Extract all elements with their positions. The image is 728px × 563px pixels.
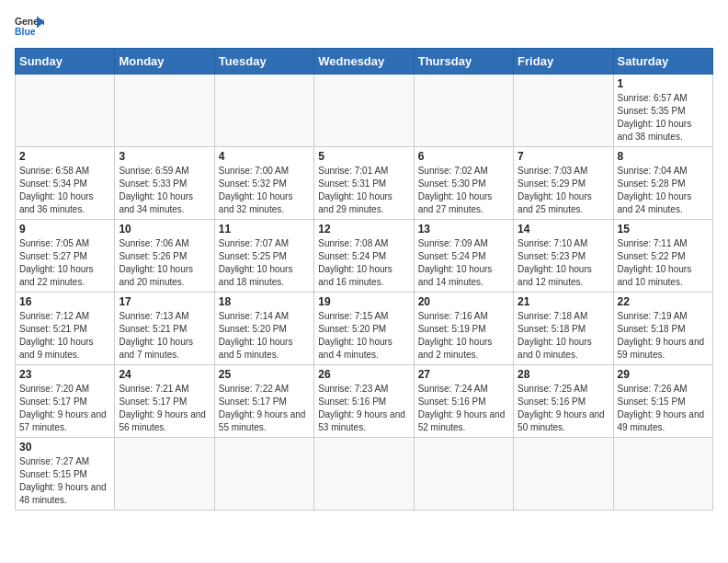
calendar-cell: 2Sunrise: 6:58 AM Sunset: 5:34 PM Daylig… [16,147,115,220]
calendar-cell [115,75,214,147]
day-number: 3 [119,150,210,163]
day-info: Sunrise: 7:21 AM Sunset: 5:17 PM Dayligh… [119,383,210,434]
day-number: 21 [518,295,609,308]
calendar-cell [214,75,313,147]
column-header-thursday: Thursday [414,49,513,75]
calendar-cell [16,75,115,147]
calendar-cell: 26Sunrise: 7:23 AM Sunset: 5:16 PM Dayli… [314,365,414,438]
day-number: 10 [119,223,210,236]
calendar-cell: 29Sunrise: 7:26 AM Sunset: 5:15 PM Dayli… [613,365,712,438]
day-number: 9 [19,223,110,236]
day-info: Sunrise: 7:10 AM Sunset: 5:23 PM Dayligh… [518,237,609,289]
day-info: Sunrise: 7:09 AM Sunset: 5:24 PM Dayligh… [418,237,509,289]
day-number: 26 [318,368,409,381]
day-info: Sunrise: 7:05 AM Sunset: 5:27 PM Dayligh… [19,237,110,289]
day-number: 23 [19,368,110,381]
day-info: Sunrise: 7:22 AM Sunset: 5:17 PM Dayligh… [219,383,310,434]
calendar-cell: 8Sunrise: 7:04 AM Sunset: 5:28 PM Daylig… [613,147,712,220]
column-header-wednesday: Wednesday [314,49,414,75]
column-header-saturday: Saturday [613,49,712,75]
day-info: Sunrise: 7:06 AM Sunset: 5:26 PM Dayligh… [119,237,210,289]
calendar-cell: 19Sunrise: 7:15 AM Sunset: 5:20 PM Dayli… [314,293,414,365]
day-number: 1 [618,77,709,90]
day-number: 16 [19,295,110,308]
day-info: Sunrise: 7:16 AM Sunset: 5:19 PM Dayligh… [418,310,509,362]
calendar-cell: 27Sunrise: 7:24 AM Sunset: 5:16 PM Dayli… [414,365,513,438]
day-info: Sunrise: 7:15 AM Sunset: 5:20 PM Dayligh… [318,310,409,362]
calendar-cell [613,438,712,511]
calendar-cell: 14Sunrise: 7:10 AM Sunset: 5:23 PM Dayli… [514,220,613,293]
calendar-cell: 10Sunrise: 7:06 AM Sunset: 5:26 PM Dayli… [115,220,214,293]
day-number: 5 [318,150,409,163]
day-number: 2 [19,150,110,163]
day-number: 14 [518,223,609,236]
day-info: Sunrise: 7:27 AM Sunset: 5:15 PM Dayligh… [19,455,110,507]
day-number: 19 [318,295,409,308]
calendar-cell [514,75,613,147]
day-info: Sunrise: 7:01 AM Sunset: 5:31 PM Dayligh… [318,165,409,216]
calendar-week-row: 1Sunrise: 6:57 AM Sunset: 5:35 PM Daylig… [16,75,713,147]
day-number: 20 [418,295,509,308]
day-info: Sunrise: 7:11 AM Sunset: 5:22 PM Dayligh… [618,237,709,289]
calendar-cell: 15Sunrise: 7:11 AM Sunset: 5:22 PM Dayli… [613,220,712,293]
calendar-cell: 9Sunrise: 7:05 AM Sunset: 5:27 PM Daylig… [16,220,115,293]
day-info: Sunrise: 6:59 AM Sunset: 5:33 PM Dayligh… [119,165,210,216]
logo-icon: General Blue [15,15,44,40]
day-info: Sunrise: 7:07 AM Sunset: 5:25 PM Dayligh… [219,237,310,289]
calendar-cell: 21Sunrise: 7:18 AM Sunset: 5:18 PM Dayli… [514,293,613,365]
calendar-cell [314,438,414,511]
day-number: 4 [219,150,310,163]
day-number: 28 [518,368,609,381]
column-header-sunday: Sunday [16,49,115,75]
day-info: Sunrise: 7:00 AM Sunset: 5:32 PM Dayligh… [219,165,310,216]
calendar-cell: 1Sunrise: 6:57 AM Sunset: 5:35 PM Daylig… [613,75,712,147]
calendar-cell: 25Sunrise: 7:22 AM Sunset: 5:17 PM Dayli… [214,365,313,438]
page-header: General Blue [15,15,713,40]
calendar-cell: 30Sunrise: 7:27 AM Sunset: 5:15 PM Dayli… [16,438,115,511]
calendar-cell: 13Sunrise: 7:09 AM Sunset: 5:24 PM Dayli… [414,220,513,293]
day-info: Sunrise: 7:18 AM Sunset: 5:18 PM Dayligh… [518,310,609,362]
day-info: Sunrise: 7:20 AM Sunset: 5:17 PM Dayligh… [19,383,110,434]
calendar-cell: 18Sunrise: 7:14 AM Sunset: 5:20 PM Dayli… [214,293,313,365]
day-number: 30 [19,441,110,454]
column-header-monday: Monday [115,49,214,75]
calendar-week-row: 9Sunrise: 7:05 AM Sunset: 5:27 PM Daylig… [16,220,713,293]
calendar-week-row: 30Sunrise: 7:27 AM Sunset: 5:15 PM Dayli… [16,438,713,511]
calendar-cell: 6Sunrise: 7:02 AM Sunset: 5:30 PM Daylig… [414,147,513,220]
calendar-cell [314,75,414,147]
calendar-cell: 11Sunrise: 7:07 AM Sunset: 5:25 PM Dayli… [214,220,313,293]
day-number: 22 [618,295,709,308]
calendar-week-row: 16Sunrise: 7:12 AM Sunset: 5:21 PM Dayli… [16,293,713,365]
calendar-cell: 16Sunrise: 7:12 AM Sunset: 5:21 PM Dayli… [16,293,115,365]
day-info: Sunrise: 7:14 AM Sunset: 5:20 PM Dayligh… [219,310,310,362]
calendar-cell: 12Sunrise: 7:08 AM Sunset: 5:24 PM Dayli… [314,220,414,293]
column-header-tuesday: Tuesday [214,49,313,75]
day-info: Sunrise: 7:24 AM Sunset: 5:16 PM Dayligh… [418,383,509,434]
day-number: 12 [318,223,409,236]
day-number: 8 [618,150,709,163]
calendar-cell: 23Sunrise: 7:20 AM Sunset: 5:17 PM Dayli… [16,365,115,438]
calendar-cell: 5Sunrise: 7:01 AM Sunset: 5:31 PM Daylig… [314,147,414,220]
calendar-cell: 24Sunrise: 7:21 AM Sunset: 5:17 PM Dayli… [115,365,214,438]
day-number: 6 [418,150,509,163]
day-info: Sunrise: 7:26 AM Sunset: 5:15 PM Dayligh… [618,383,709,434]
svg-text:Blue: Blue [15,27,36,37]
day-info: Sunrise: 7:03 AM Sunset: 5:29 PM Dayligh… [518,165,609,216]
calendar-header-row: SundayMondayTuesdayWednesdayThursdayFrid… [16,49,713,75]
calendar-week-row: 23Sunrise: 7:20 AM Sunset: 5:17 PM Dayli… [16,365,713,438]
day-info: Sunrise: 7:23 AM Sunset: 5:16 PM Dayligh… [318,383,409,434]
calendar-table: SundayMondayTuesdayWednesdayThursdayFrid… [15,48,713,511]
column-header-friday: Friday [514,49,613,75]
calendar-cell: 22Sunrise: 7:19 AM Sunset: 5:18 PM Dayli… [613,293,712,365]
calendar-cell: 3Sunrise: 6:59 AM Sunset: 5:33 PM Daylig… [115,147,214,220]
day-number: 7 [518,150,609,163]
logo: General Blue [15,15,48,40]
day-info: Sunrise: 6:57 AM Sunset: 5:35 PM Dayligh… [618,92,709,144]
day-number: 24 [119,368,210,381]
calendar-cell: 4Sunrise: 7:00 AM Sunset: 5:32 PM Daylig… [214,147,313,220]
day-info: Sunrise: 7:02 AM Sunset: 5:30 PM Dayligh… [418,165,509,216]
day-info: Sunrise: 7:08 AM Sunset: 5:24 PM Dayligh… [318,237,409,289]
calendar-week-row: 2Sunrise: 6:58 AM Sunset: 5:34 PM Daylig… [16,147,713,220]
day-number: 17 [119,295,210,308]
day-number: 25 [219,368,310,381]
